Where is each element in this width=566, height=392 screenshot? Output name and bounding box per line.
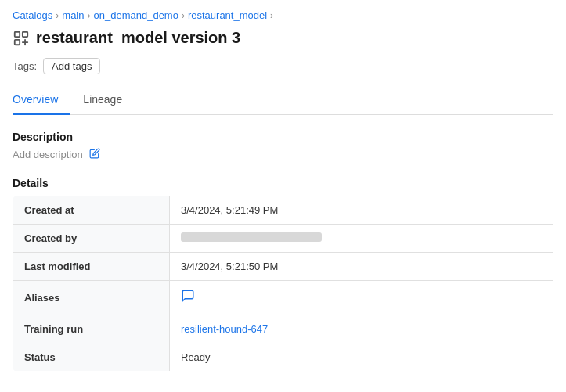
- svg-rect-0: [15, 31, 20, 36]
- breadcrumb-sep-3: ›: [182, 10, 185, 21]
- breadcrumb-sep-2: ›: [88, 10, 91, 21]
- table-row: Aliases: [13, 281, 553, 315]
- redacted-bar: [181, 232, 322, 242]
- tab-lineage[interactable]: Lineage: [70, 87, 135, 115]
- detail-label-last-modified: Last modified: [13, 253, 170, 281]
- detail-value-status: Ready: [170, 343, 553, 372]
- svg-rect-1: [23, 31, 27, 36]
- breadcrumb-main[interactable]: main: [62, 9, 84, 21]
- breadcrumb-catalogs[interactable]: Catalogs: [13, 9, 52, 21]
- details-table: Created at 3/4/2024, 5:21:49 PM Created …: [13, 196, 553, 372]
- detail-value-last-modified: 3/4/2024, 5:21:50 PM: [170, 253, 553, 281]
- table-row: Status Ready: [13, 343, 553, 372]
- breadcrumb: Catalogs › main › on_demand_demo › resta…: [13, 9, 553, 21]
- tags-row: Tags: Add tags: [13, 58, 553, 74]
- alias-add-icon[interactable]: [181, 290, 195, 306]
- breadcrumb-sep-1: ›: [56, 10, 59, 21]
- svg-rect-2: [15, 39, 20, 44]
- detail-label-aliases: Aliases: [13, 281, 170, 315]
- table-row: Training run resilient-hound-647: [13, 315, 553, 343]
- detail-value-aliases: [170, 281, 553, 315]
- breadcrumb-sep-4: ›: [270, 10, 273, 21]
- table-row: Created at 3/4/2024, 5:21:49 PM: [13, 196, 553, 225]
- add-tags-button[interactable]: Add tags: [43, 58, 100, 74]
- breadcrumb-restaurant-model[interactable]: restaurant_model: [188, 9, 267, 21]
- description-section-title: Description: [13, 131, 553, 143]
- table-row: Last modified 3/4/2024, 5:21:50 PM: [13, 253, 553, 281]
- add-description-text: Add description: [13, 149, 83, 160]
- edit-description-icon[interactable]: [89, 148, 100, 161]
- detail-value-created-at: 3/4/2024, 5:21:49 PM: [170, 196, 553, 225]
- description-row: Add description: [13, 148, 553, 161]
- page-container: Catalogs › main › on_demand_demo › resta…: [0, 0, 566, 381]
- tags-label: Tags:: [13, 60, 37, 72]
- model-icon: [13, 30, 30, 47]
- tab-overview[interactable]: Overview: [13, 87, 70, 115]
- detail-label-created-at: Created at: [13, 196, 170, 225]
- table-row: Created by: [13, 225, 553, 253]
- detail-label-status: Status: [13, 343, 170, 372]
- page-title-row: restaurant_model version 3: [13, 29, 553, 47]
- tabs-container: Overview Lineage: [13, 87, 553, 115]
- detail-value-training-run[interactable]: resilient-hound-647: [170, 315, 553, 343]
- detail-label-training-run: Training run: [13, 315, 170, 343]
- breadcrumb-on-demand-demo[interactable]: on_demand_demo: [94, 9, 178, 21]
- details-section-title: Details: [13, 177, 553, 189]
- page-title: restaurant_model version 3: [36, 29, 240, 47]
- detail-label-created-by: Created by: [13, 225, 170, 253]
- detail-value-created-by: [170, 225, 553, 253]
